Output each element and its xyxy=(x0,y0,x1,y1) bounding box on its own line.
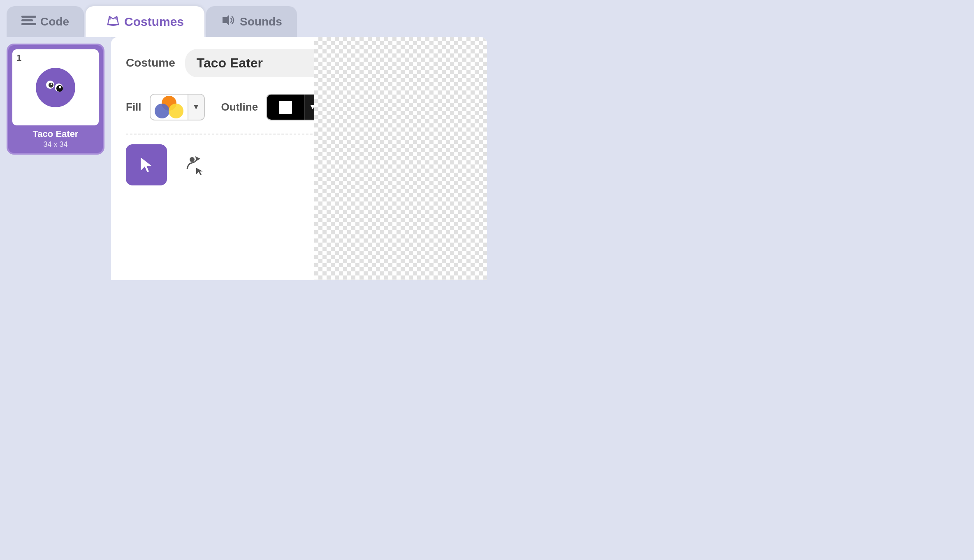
tab-sounds-label: Sounds xyxy=(240,15,282,28)
cursor-icon xyxy=(137,156,155,174)
outline-inner-square xyxy=(279,101,292,114)
tab-costumes-label: Costumes xyxy=(124,15,184,29)
outline-label: Outline xyxy=(221,101,258,113)
code-icon xyxy=(21,14,36,29)
fill-label: Fill xyxy=(126,101,141,113)
svg-rect-1 xyxy=(21,19,33,21)
fill-colors xyxy=(151,94,188,120)
canvas-area[interactable] xyxy=(314,37,487,280)
reshape-icon xyxy=(184,155,204,175)
tab-sounds[interactable]: Sounds xyxy=(206,6,297,37)
costume-image-container: 1 xyxy=(12,49,99,125)
costume-field-label: Costume xyxy=(126,56,175,69)
svg-marker-15 xyxy=(195,156,200,161)
tab-bar: Code Costumes Sounds xyxy=(0,0,487,37)
circle-blue xyxy=(155,104,169,118)
svg-rect-2 xyxy=(21,23,36,25)
tab-costumes[interactable]: Costumes xyxy=(86,6,204,37)
svg-point-8 xyxy=(49,83,53,88)
svg-marker-5 xyxy=(223,15,229,25)
tab-code-label: Code xyxy=(40,15,69,28)
costume-number: 1 xyxy=(16,53,21,63)
costume-list: 1 Taco Eater 34 x 34 xyxy=(0,37,111,280)
circle-yellow xyxy=(169,104,183,118)
svg-point-12 xyxy=(59,86,61,88)
svg-rect-0 xyxy=(21,16,36,18)
select-tool-button[interactable] xyxy=(126,144,167,185)
costume-item-name: Taco Eater xyxy=(12,129,99,139)
outline-picker[interactable]: ▼ xyxy=(266,94,321,120)
fill-dropdown-arrow[interactable]: ▼ xyxy=(188,94,204,120)
outline-color-swatch xyxy=(267,94,304,120)
svg-marker-13 xyxy=(141,157,151,172)
svg-point-4 xyxy=(115,16,118,20)
svg-marker-16 xyxy=(196,168,203,175)
editor-panel: Costume ↩ Fill ▼ Outline xyxy=(111,37,487,280)
color-circles xyxy=(155,96,183,118)
svg-point-9 xyxy=(51,83,52,85)
svg-point-14 xyxy=(190,157,195,162)
main-content: 1 Taco Eater 34 x 34 Co xyxy=(0,37,487,280)
sounds-icon xyxy=(221,14,236,29)
tab-code[interactable]: Code xyxy=(7,6,84,37)
costume-item-size: 34 x 34 xyxy=(12,140,99,149)
reshape-tool-button[interactable] xyxy=(174,144,215,185)
costume-item[interactable]: 1 Taco Eater 34 x 34 xyxy=(7,44,104,155)
svg-point-3 xyxy=(109,16,111,20)
fill-picker[interactable]: ▼ xyxy=(150,94,205,120)
costume-sprite-svg xyxy=(33,65,78,110)
costumes-icon xyxy=(106,13,120,30)
